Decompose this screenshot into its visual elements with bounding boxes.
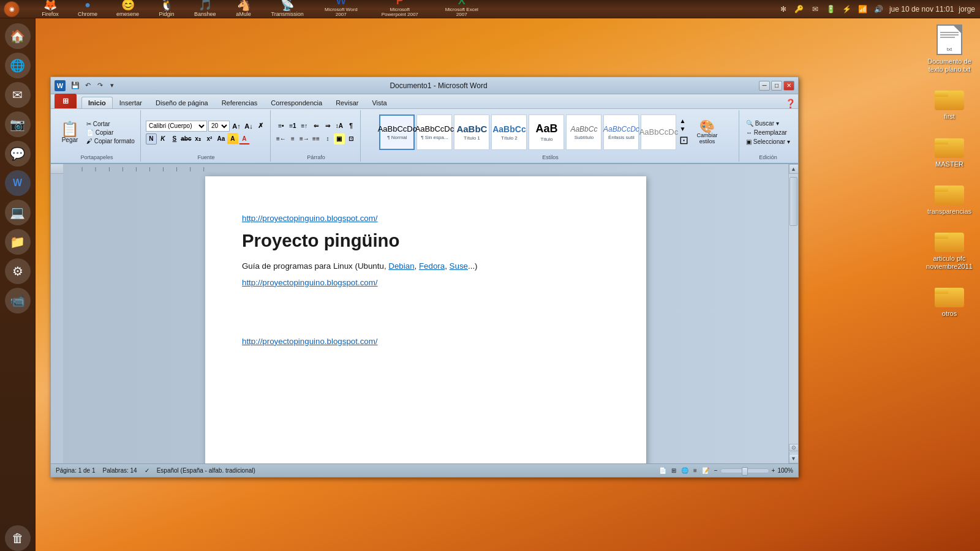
bullets-button[interactable]: ≡•: [276, 121, 287, 132]
styles-expand-button[interactable]: ⊡: [679, 133, 688, 147]
styles-down-button[interactable]: ▼: [679, 126, 688, 132]
scroll-select-browse-button[interactable]: ⊙: [789, 444, 799, 451]
style-sin-espa[interactable]: AaBbCcDc ¶ Sin espa...: [417, 114, 452, 150]
taskbar-app-pidgin[interactable]: 🐧 Pidgin: [153, 0, 180, 18]
doc-scroll-area[interactable]: http://proyectopinguino.blogspot.com/ Pr…: [63, 164, 788, 463]
office-button[interactable]: ⊞: [55, 94, 77, 108]
taskbar-app-banshee[interactable]: 🎵 Banshee: [189, 0, 221, 18]
strikethrough-button[interactable]: abc: [181, 133, 192, 144]
doc-link-3[interactable]: http://proyectopinguino.blogspot.com/: [242, 337, 378, 346]
clear-format-button[interactable]: ✗: [255, 121, 266, 132]
sidebar-icon-settings[interactable]: ⚙: [5, 258, 31, 284]
doc-link-1[interactable]: http://proyectopinguino.blogspot.com/: [242, 214, 378, 223]
change-styles-button[interactable]: 🎨 Cambiarestilos: [693, 119, 721, 146]
sidebar-icon-photos[interactable]: 📷: [5, 111, 31, 137]
scroll-down-button[interactable]: ▼: [789, 454, 799, 463]
zoom-slider-thumb[interactable]: [742, 467, 748, 476]
style-subtitulo[interactable]: AaBbCc Subtítulo: [566, 114, 601, 150]
sidebar-icon-word[interactable]: W: [5, 170, 31, 196]
format-painter-button[interactable]: 🖌 Copiar formato: [85, 137, 137, 145]
show-marks-button[interactable]: ¶: [345, 121, 356, 132]
justify-button[interactable]: ≡≡: [311, 133, 322, 144]
increase-indent-button[interactable]: ⇒: [322, 121, 333, 132]
sidebar-icon-trash[interactable]: 🗑: [5, 525, 31, 551]
numbering-button[interactable]: ≡1: [287, 121, 298, 132]
desktop-icon-first[interactable]: first: [925, 86, 974, 121]
ribbon-help-button[interactable]: ❓: [785, 99, 796, 108]
ubuntu-menu-button[interactable]: ◉: [4, 1, 20, 17]
subscript-button[interactable]: x₂: [192, 133, 203, 144]
replace-button[interactable]: ↔ Reemplazar: [744, 129, 789, 137]
quick-save-button[interactable]: 💾: [69, 80, 81, 91]
taskbar-app-msppt[interactable]: P Microsoft Powerpoint 2007: [374, 0, 426, 18]
style-normal[interactable]: AaBbCcDc ¶ Normal: [379, 114, 415, 150]
quick-more-button[interactable]: ▾: [106, 80, 118, 91]
desktop-icon-articulo[interactable]: articulo pfc noviembre2011: [925, 228, 974, 271]
taskbar-app-msexcel[interactable]: X Microsoft Excel 2007: [435, 0, 488, 18]
scroll-thumb[interactable]: [790, 177, 797, 226]
select-button[interactable]: ▣ Seleccionar ▾: [744, 138, 792, 146]
tab-insertar[interactable]: Insertar: [113, 97, 149, 108]
decrease-font-button[interactable]: A↓: [243, 121, 254, 132]
sidebar-icon-email[interactable]: ✉: [5, 82, 31, 108]
fedora-link[interactable]: Fedora: [419, 261, 445, 271]
tab-vista[interactable]: Vista: [365, 97, 393, 108]
zoom-in-button[interactable]: +: [772, 467, 775, 474]
view-print-layout-button[interactable]: 📄: [659, 467, 666, 474]
styles-up-button[interactable]: ▲: [679, 118, 688, 124]
tab-inicio[interactable]: Inicio: [81, 97, 113, 108]
borders-button[interactable]: ⊡: [345, 133, 356, 144]
sidebar-icon-camera[interactable]: 📹: [5, 288, 31, 313]
sidebar-icon-files[interactable]: 📁: [5, 229, 31, 255]
bold-button[interactable]: N: [146, 133, 157, 144]
line-spacing-button[interactable]: ↕: [322, 133, 333, 144]
multilevel-button[interactable]: ≡↑: [299, 121, 310, 132]
minimize-button[interactable]: ─: [759, 81, 770, 91]
sidebar-icon-firefox[interactable]: 🌐: [5, 53, 31, 78]
underline-button[interactable]: S: [169, 133, 180, 144]
quick-redo-button[interactable]: ↷: [94, 80, 106, 91]
find-button[interactable]: 🔍 Buscar ▾: [744, 119, 781, 127]
taskbar-app-firefox[interactable]: 🦊 Firefox: [37, 0, 64, 18]
suse-link[interactable]: Suse: [450, 261, 468, 271]
scroll-track[interactable]: [789, 174, 798, 444]
copy-button[interactable]: 📄 Copiar: [85, 129, 137, 137]
sidebar-icon-terminal[interactable]: 💻: [5, 200, 31, 225]
taskbar-app-chrome[interactable]: ● Chrome: [73, 0, 102, 18]
style-titulo2[interactable]: AaBbCc Título 2: [491, 114, 527, 150]
quick-undo-button[interactable]: ↶: [81, 80, 94, 91]
highlight-button[interactable]: A: [227, 133, 238, 144]
view-draft-button[interactable]: 📝: [702, 467, 709, 474]
font-size-select[interactable]: 20: [208, 121, 230, 132]
view-fullscreen-button[interactable]: ⊞: [671, 467, 676, 474]
doc-page[interactable]: http://proyectopinguino.blogspot.com/ Pr…: [205, 176, 646, 463]
desktop-icon-otros[interactable]: otros: [925, 283, 974, 318]
zoom-out-button[interactable]: −: [714, 467, 718, 474]
align-right-button[interactable]: ≡→: [299, 133, 310, 144]
style-enfasis[interactable]: AaBbCcDc Énfasis sutil: [603, 114, 639, 150]
tab-referencias[interactable]: Referencias: [215, 97, 265, 108]
sidebar-icon-chat[interactable]: 💬: [5, 141, 31, 167]
taskbar-app-msword[interactable]: W Microsoft Word 2007: [318, 0, 364, 18]
superscript-button[interactable]: x²: [204, 133, 215, 144]
view-web-button[interactable]: 🌐: [681, 467, 688, 474]
style-more[interactable]: AaBbCcDc: [641, 114, 676, 150]
shading-button[interactable]: ▣: [334, 133, 345, 144]
debian-link[interactable]: Debian: [388, 261, 414, 271]
decrease-indent-button[interactable]: ⇐: [311, 121, 322, 132]
scroll-up-button[interactable]: ▲: [789, 164, 799, 174]
font-name-select[interactable]: Calibri (Cuerpo): [146, 121, 207, 132]
increase-font-button[interactable]: A↑: [231, 121, 242, 132]
style-titulo1[interactable]: AaBbC Título 1: [454, 114, 489, 150]
align-left-button[interactable]: ≡←: [276, 133, 287, 144]
zoom-slider[interactable]: [720, 468, 769, 473]
cut-button[interactable]: ✂ Cortar: [85, 120, 137, 128]
taskbar-app-amule[interactable]: 🐴 aMule: [230, 0, 257, 18]
font-color-button[interactable]: A: [239, 133, 250, 144]
tab-diseno[interactable]: Diseño de página: [149, 97, 215, 108]
tab-revisar[interactable]: Revisar: [329, 97, 365, 108]
desktop-icon-master[interactable]: MASTER: [925, 133, 974, 168]
tab-correspondencia[interactable]: Correspondencia: [264, 97, 329, 108]
close-button[interactable]: ✕: [783, 81, 794, 91]
italic-button[interactable]: K: [157, 133, 168, 144]
